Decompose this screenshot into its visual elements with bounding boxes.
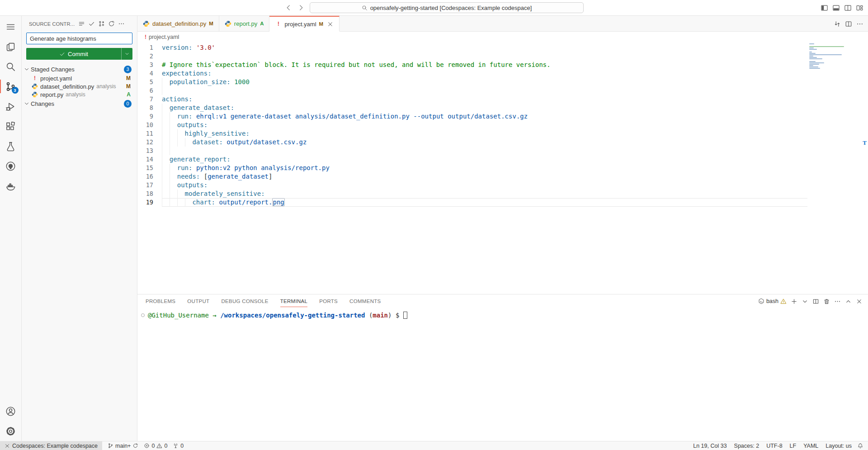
testing-icon <box>5 141 16 152</box>
encoding[interactable]: UTF-8 <box>763 443 786 449</box>
line-content: # Ignore this`expectation` block. It is … <box>162 61 868 69</box>
kill-terminal-button[interactable] <box>823 298 830 305</box>
refresh-button[interactable] <box>108 20 115 27</box>
ports-status[interactable]: 0 <box>173 443 184 449</box>
activity-item-source-control[interactable]: 3 <box>0 76 22 96</box>
terminal[interactable]: @GitHub_Username → /workspaces/opensafel… <box>137 308 868 441</box>
tab-dataset_definition.py[interactable]: dataset_definition.pyM <box>137 16 219 31</box>
bash-icon <box>758 298 764 304</box>
activity-item-accounts[interactable] <box>0 401 22 421</box>
cursor-position[interactable]: Ln 19, Col 33 <box>689 443 730 449</box>
view-git-graph-button[interactable] <box>98 20 105 27</box>
maximize-panel-button[interactable] <box>845 298 852 305</box>
eol[interactable]: LF <box>786 443 800 449</box>
indentation[interactable]: Spaces: 2 <box>731 443 763 449</box>
line-content: version: '3.0' <box>162 43 868 52</box>
terminal-shell-chip[interactable]: bash <box>758 298 787 304</box>
panel-tab-problems[interactable]: PROBLEMS <box>146 295 175 307</box>
split-terminal-button[interactable] <box>812 298 819 305</box>
indent-guide <box>170 172 170 181</box>
tree-chevron-icon <box>24 66 30 72</box>
notifications-bell-icon[interactable] <box>857 443 863 449</box>
activity-item-run-and-debug[interactable] <box>0 96 22 116</box>
activity-item-testing[interactable] <box>0 136 22 156</box>
code-line: 18 moderately_sensitive: <box>137 189 868 198</box>
staged-file-row[interactable]: dataset_definition.pyanalysisM <box>22 82 137 90</box>
bottom-panel: PROBLEMSOUTPUTDEBUG CONSOLETERMINALPORTS… <box>137 294 868 441</box>
git-status-letter: M <box>209 21 213 26</box>
activity-item-menu[interactable] <box>0 17 22 37</box>
more-actions-button[interactable] <box>834 298 841 305</box>
indent-guide <box>170 189 170 198</box>
line-number: 12 <box>137 138 162 147</box>
back-arrow-icon[interactable] <box>284 4 292 12</box>
activity-item-extensions[interactable] <box>0 116 22 136</box>
minimap[interactable] <box>809 43 848 69</box>
new-terminal-button[interactable] <box>791 298 797 305</box>
tab-project.yaml[interactable]: !project.yamlM <box>269 16 340 31</box>
code-line: 16 needs: [generate_dataset] <box>137 172 868 181</box>
activity-item-docker[interactable] <box>0 176 22 196</box>
section-changes[interactable]: Changes0 <box>22 99 137 109</box>
tab-report.py[interactable]: report.pyA <box>219 16 270 31</box>
code-line: 11 highly_sensitive: <box>137 129 868 138</box>
settings-icon <box>5 426 16 436</box>
more-actions-button[interactable] <box>118 20 125 27</box>
more-actions-button[interactable] <box>856 20 863 28</box>
problems-status[interactable]: 0 0 <box>144 443 167 449</box>
keyboard-layout[interactable]: Layout: us <box>822 443 855 449</box>
panel-tab-comments[interactable]: COMMENTS <box>349 295 381 307</box>
yaml-file-icon: ! <box>145 34 146 40</box>
panel-tab-ports[interactable]: PORTS <box>319 295 338 307</box>
staged-file-row[interactable]: report.pyanalysisA <box>22 90 137 99</box>
close-icon[interactable] <box>327 21 334 28</box>
line-number: 6 <box>137 86 162 95</box>
panel-tab-output[interactable]: OUTPUT <box>187 295 209 307</box>
accounts-icon <box>5 406 16 417</box>
activity-item-explorer[interactable] <box>0 37 22 57</box>
code-line: 13 <box>137 147 868 155</box>
command-center-search[interactable]: opensafely-getting-started [Codespaces: … <box>310 2 584 13</box>
code-line: 3# Ignore this`expectation` block. It is… <box>137 61 868 69</box>
git-status-letter: M <box>319 21 324 27</box>
split-editor-button[interactable] <box>845 20 852 28</box>
line-number: 3 <box>137 61 162 69</box>
code-line: 17 outputs: <box>137 181 868 189</box>
toggle-panel-icon[interactable] <box>832 4 840 12</box>
close-panel-button[interactable] <box>856 298 863 305</box>
breadcrumb[interactable]: ! project.yaml <box>137 32 868 43</box>
view-and-sort-button[interactable] <box>78 20 85 27</box>
git-status-letter: A <box>260 21 264 26</box>
toggle-primary-sidebar-icon[interactable] <box>821 4 828 12</box>
language-mode[interactable]: YAML <box>800 443 822 449</box>
panel-tab-debug-console[interactable]: DEBUG CONSOLE <box>221 295 268 307</box>
staged-file-row[interactable]: !project.yamlM <box>22 74 137 82</box>
commit-message-input[interactable] <box>26 33 132 44</box>
commit-button[interactable]: Commit <box>26 48 121 60</box>
open-changes-button[interactable] <box>834 20 841 28</box>
activity-item-search[interactable] <box>0 57 22 76</box>
forward-arrow-icon[interactable] <box>297 4 305 12</box>
line-number: 2 <box>137 52 162 61</box>
indent-guide <box>177 198 178 207</box>
customize-layout-icon[interactable] <box>856 4 863 12</box>
activity-item-github[interactable] <box>0 156 22 176</box>
line-content: actions: <box>162 95 868 104</box>
panel-tab-terminal[interactable]: TERMINAL <box>280 295 308 307</box>
split-editor-layout-icon[interactable] <box>844 4 852 12</box>
github-icon <box>5 161 16 171</box>
sidebar-title: SOURCE CONTR... <box>29 21 75 27</box>
file-name: project.yaml <box>40 75 72 82</box>
indent-guide <box>162 147 162 155</box>
indent-guide <box>162 181 162 189</box>
branch-status[interactable]: main+ <box>108 443 138 449</box>
activity-item-settings[interactable] <box>0 421 22 441</box>
terminal-dropdown-button[interactable] <box>802 298 808 305</box>
code-editor[interactable]: 1version: '3.0'23# Ignore this`expectati… <box>137 43 868 294</box>
remote-indicator[interactable]: Codespaces: Example codespace <box>0 441 102 450</box>
line-number: 9 <box>137 112 162 121</box>
section-staged-changes[interactable]: Staged Changes3 <box>22 64 137 74</box>
indent-guide <box>170 112 170 121</box>
commit-dropdown-button[interactable] <box>121 48 132 60</box>
commit-check-button[interactable] <box>88 20 95 27</box>
